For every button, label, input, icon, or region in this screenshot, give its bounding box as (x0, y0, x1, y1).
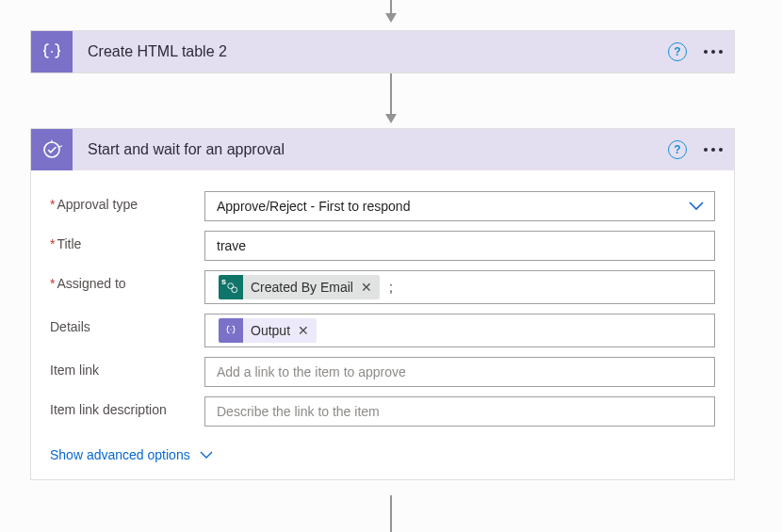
approval-type-dropdown[interactable]: Approve/Reject - First to respond (204, 191, 715, 221)
card-title: Start and wait for an approval (88, 141, 668, 158)
chevron-down-icon (684, 202, 709, 211)
label-item-link: Item link (50, 357, 204, 378)
label-details: Details (50, 314, 204, 334)
arrow-down-icon (385, 13, 397, 23)
help-icon[interactable]: ? (668, 42, 687, 61)
action-card-create-html-table[interactable]: Create HTML table 2 ? (30, 30, 735, 73)
token-output[interactable]: Output ✕ (219, 318, 317, 343)
svg-point-4 (230, 329, 231, 330)
label-title: *Title (50, 231, 204, 251)
sharepoint-icon (219, 275, 243, 299)
arrow-down-icon (385, 114, 397, 123)
card-header[interactable]: Start and wait for an approval ? (31, 129, 734, 170)
token-remove-button[interactable]: ✕ (361, 280, 372, 295)
svg-point-3 (232, 287, 237, 293)
details-input[interactable]: Output ✕ (204, 314, 715, 347)
token-remove-button[interactable]: ✕ (298, 323, 309, 338)
svg-point-1 (44, 142, 59, 157)
show-advanced-options-link[interactable]: Show advanced options (50, 447, 213, 462)
label-item-link-desc: Item link description (50, 396, 204, 417)
approval-type-value: Approve/Reject - First to respond (217, 199, 410, 214)
item-link-desc-input[interactable]: Describe the link to the item (204, 396, 715, 427)
braces-icon (219, 318, 243, 343)
card-menu-button[interactable] (696, 46, 730, 57)
card-title: Create HTML table 2 (88, 43, 668, 60)
label-approval-type: *Approval type (50, 191, 204, 212)
assigned-to-input[interactable]: Created By Email ✕ ; (204, 270, 715, 304)
token-created-by-email[interactable]: Created By Email ✕ (219, 275, 380, 299)
svg-point-0 (51, 51, 53, 53)
action-card-start-approval: Start and wait for an approval ? *Approv… (30, 128, 735, 480)
card-menu-button[interactable] (696, 144, 730, 155)
title-input[interactable]: trave (204, 231, 715, 261)
help-icon[interactable]: ? (668, 140, 687, 159)
title-value: trave (211, 238, 246, 253)
approval-check-icon (31, 129, 73, 170)
item-link-input[interactable]: Add a link to the item to approve (204, 357, 715, 387)
label-assigned-to: *Assigned to (50, 270, 204, 291)
braces-icon (31, 31, 73, 73)
